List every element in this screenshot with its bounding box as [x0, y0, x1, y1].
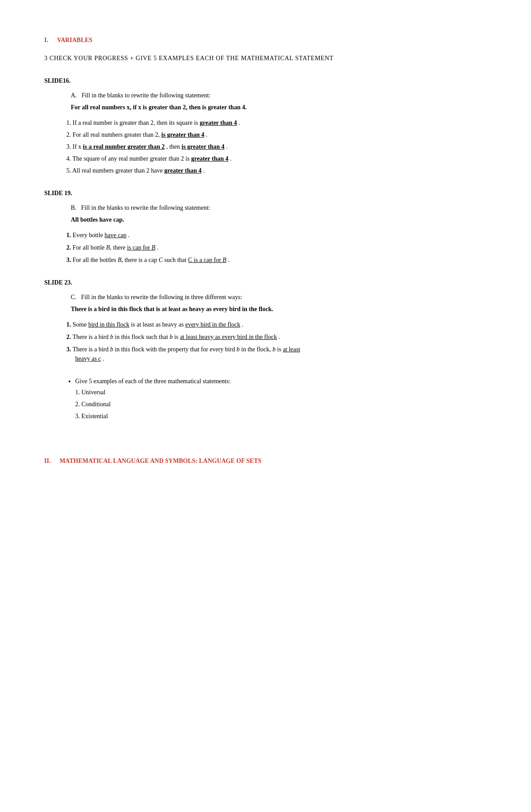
section-ii-number: II.: [44, 456, 50, 466]
slide19-item3-mid2: such that: [163, 257, 188, 263]
section-i-header: I. VARIABLES: [44, 35, 487, 45]
slide23-item3-mid2: in the flock,: [240, 346, 273, 353]
slide16-item4-underline: greater than 4: [191, 155, 228, 162]
slide19-instruction-text: Fill in the blanks to rewrite the follow…: [81, 204, 210, 211]
slide16-item5-underline: greater than 4: [164, 167, 201, 174]
slide16-bold-statement: For all real numbers x, if x is greater …: [71, 103, 487, 112]
slide23-item1-underline1: bird in this flock: [88, 321, 129, 328]
slide23-item3-after: .: [101, 355, 104, 362]
section-i-number: I.: [44, 35, 48, 45]
slide16-item-5: All real numbers greater than 2 have gre…: [66, 166, 487, 175]
slide23-item2-mid1: in this flock such that: [113, 334, 170, 340]
slide16-item2-after: .: [204, 131, 208, 138]
slide19-item2-underline: is cap for B: [127, 244, 155, 251]
slide19-item-3: For all the bottles B, there is a cap C …: [66, 255, 487, 265]
slide23-item3-underline2: heavy as c: [75, 355, 101, 362]
example-1-text: Universal: [81, 389, 105, 396]
section-i-title: VARIABLES: [57, 35, 92, 45]
bullet-item: Give 5 examples of each of the three mat…: [75, 377, 487, 386]
slide16-item-1: If a real number is greater than 2, then…: [66, 118, 487, 127]
bullet-examples-section: Give 5 examples of each of the three mat…: [66, 377, 487, 421]
slide23-item2-italic1: b: [110, 334, 113, 340]
slide23-item3-underline1: at least: [283, 346, 300, 353]
slide19-item3-mid: , there is a cap: [121, 257, 158, 263]
progress-line: 3 CHECK YOUR PROGRESS + GIVE 5 EXAMPLES …: [44, 54, 487, 63]
slide16-instruction-text: Fill in the blanks to rewrite the follow…: [81, 92, 211, 99]
slide23-item3-before: There is a bird: [73, 346, 110, 353]
slide23-block: SLIDE 23. C. Fill in the blanks to rewri…: [44, 278, 487, 363]
slide23-instruction-prefix: C.: [71, 294, 80, 300]
slide16-instruction-block: A. Fill in the blanks to rewrite the fol…: [58, 91, 487, 112]
slide23-item3-italic2: b: [237, 346, 240, 353]
example-item-2: Conditional: [75, 400, 487, 409]
slide19-title: SLIDE 19.: [44, 189, 487, 198]
slide16-item2-underline: is greater than 4: [162, 131, 204, 138]
slide23-item-3: There is a bird b in this flock with the…: [66, 345, 487, 363]
slide16-item4-before: The square of any real number greater th…: [73, 155, 191, 162]
slide23-item3-italic1: b: [110, 346, 113, 353]
example-2-text: Conditional: [81, 401, 111, 408]
bullet-list: Give 5 examples of each of the three mat…: [75, 377, 487, 386]
slide16-title: SLIDE16.: [44, 76, 487, 85]
slide23-item1-after: .: [240, 321, 243, 328]
slide16-item3-mid: , then: [165, 143, 181, 150]
slide23-item2-mid2: is: [173, 334, 180, 340]
slide19-instruction-block: B. Fill in the blanks to rewrite the fol…: [58, 203, 487, 224]
slide23-title: SLIDE 23.: [44, 278, 487, 287]
slide19-instruction: B. Fill in the blanks to rewrite the fol…: [71, 203, 487, 212]
slide19-item1-underline: have cap: [104, 232, 126, 239]
slide16-item3-after: .: [224, 143, 227, 150]
slide23-item1-underline2: every bird in the flock: [185, 321, 240, 328]
slide19-item1-after: .: [127, 232, 130, 239]
slide23-item2-underline: at least heavy as every bird in the floc…: [180, 334, 277, 340]
slide19-item3-before: For all the bottles: [73, 257, 118, 263]
slide23-item-2: There is a bird b in this flock such tha…: [66, 332, 487, 342]
slide19-item2-after: .: [155, 244, 158, 251]
slide19-item3-after: .: [227, 257, 230, 263]
slide16-item-3: If x is a real number greater than 2 , t…: [66, 142, 487, 151]
slide16-list: If a real number is greater than 2, then…: [66, 118, 487, 175]
slide16-instruction-prefix: A.: [71, 92, 80, 99]
slide16-item-2: For all real numbers greater than 2, is …: [66, 130, 487, 139]
slide23-instruction-text: Fill in the blanks to rewrite the follow…: [81, 294, 242, 300]
slide19-item-1: Every bottle have cap .: [66, 231, 487, 240]
slide23-item1-mid: is at least as heavy as: [129, 321, 185, 328]
slide16-item5-after: .: [201, 167, 204, 174]
slide16-item3-before: If x: [73, 143, 83, 150]
slide16-item5-before: All real numbers greater than 2 have: [72, 167, 164, 174]
slide16-item1-after: .: [237, 119, 240, 126]
slide16-item3-underline2: is greater than 4: [181, 143, 224, 150]
slide23-list: Some bird in this flock is at least as h…: [66, 320, 487, 363]
slide19-bold-statement: All bottles have cap.: [71, 215, 487, 224]
slide16-block: SLIDE16. A. Fill in the blanks to rewrit…: [44, 76, 487, 175]
slide23-item2-before: There is a bird: [73, 334, 110, 340]
slide16-item1-before: If a real number is greater than 2, then…: [73, 119, 200, 126]
slide19-item2-before: For all bottle: [73, 244, 106, 251]
slide16-item3-underline1: is a real number greater than 2: [83, 143, 165, 150]
slide23-item-1: Some bird in this flock is at least as h…: [66, 320, 487, 329]
slide19-instruction-prefix: B.: [71, 204, 80, 211]
slide23-item3-mid1: in this flock with the property that for…: [113, 346, 237, 353]
bullet-text: Give 5 examples of each of the three mat…: [75, 378, 231, 385]
slide16-item4-after: .: [228, 155, 231, 162]
slide19-item2-mid: , there: [110, 244, 127, 251]
slide23-bold-statement: There is a bird in this flock that is at…: [71, 304, 487, 314]
slide23-item3-mid3: is: [276, 346, 283, 353]
slide19-block: SLIDE 19. B. Fill in the blanks to rewri…: [44, 189, 487, 265]
slide19-item3-underline: C is a cap for B: [188, 257, 227, 263]
slide23-item1-before: Some: [73, 321, 88, 328]
slide16-item-4: The square of any real number greater th…: [66, 154, 487, 163]
slide16-item2-before: For all real numbers greater than 2,: [73, 131, 162, 138]
slide23-item2-after: .: [277, 334, 280, 340]
examples-list: Universal Conditional Existential: [75, 388, 487, 421]
slide23-item3-italic3: b: [273, 346, 276, 353]
section-ii-header: II. MATHEMATICAL LANGUAGE AND SYMBOLS: L…: [44, 456, 487, 466]
slide23-instruction: C. Fill in the blanks to rewrite the fol…: [71, 292, 487, 302]
section-ii-title: MATHEMATICAL LANGUAGE AND SYMBOLS: LANGU…: [59, 456, 261, 466]
slide19-item3-italic2: C: [158, 257, 162, 263]
slide16-instruction: A. Fill in the blanks to rewrite the fol…: [71, 91, 487, 100]
example-item-3: Existential: [75, 412, 487, 421]
example-item-1: Universal: [75, 388, 487, 397]
slide19-list: Every bottle have cap . For all bottle B…: [66, 231, 487, 265]
slide23-instruction-block: C. Fill in the blanks to rewrite the fol…: [58, 292, 487, 314]
